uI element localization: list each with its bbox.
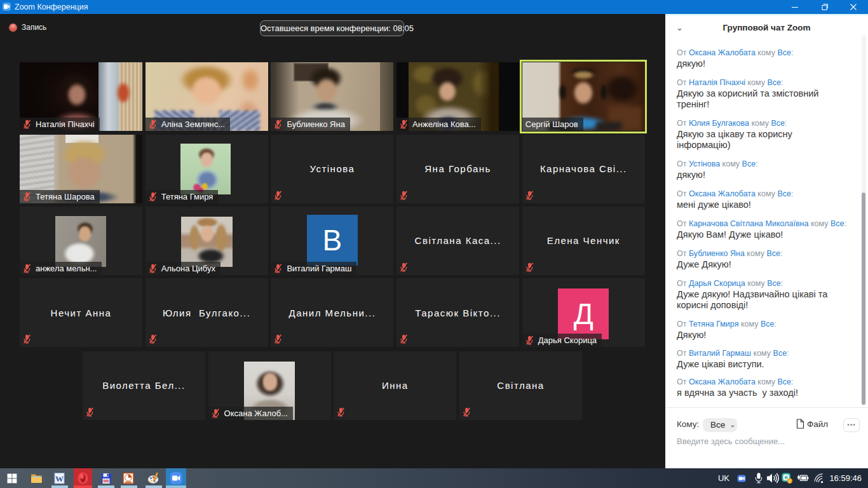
svg-text:e: e [785,473,788,480]
svg-text:!: ! [789,478,791,484]
svg-text:W: W [55,474,64,484]
